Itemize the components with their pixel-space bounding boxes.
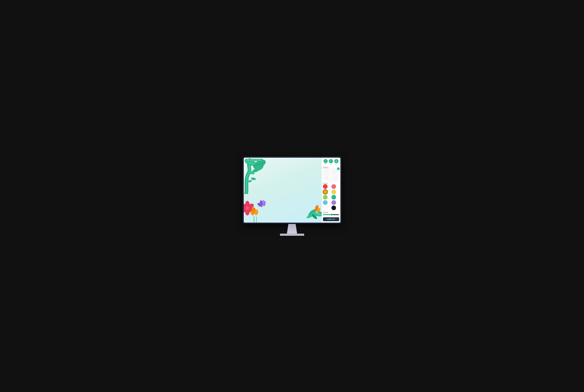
- colors-header: COLORS: [323, 182, 328, 184]
- svg-point-32: [306, 214, 313, 219]
- svg-point-19: [250, 210, 255, 216]
- svg-point-6: [248, 170, 255, 175]
- svg-point-11: [246, 202, 255, 210]
- deco-bottomleft: [244, 198, 270, 223]
- undo-label: undo: [325, 164, 327, 165]
- redo-label: redo: [330, 164, 332, 165]
- complete-button[interactable]: COMPLETE: [323, 217, 339, 221]
- svg-point-8: [251, 177, 256, 180]
- clear-label: clear all: [335, 164, 338, 165]
- svg-point-35: [317, 211, 321, 214]
- svg-point-30: [307, 210, 314, 217]
- svg-point-9: [247, 180, 252, 183]
- deco-bottomright: [305, 201, 322, 223]
- svg-line-2: [253, 162, 265, 166]
- colors-grid: [323, 184, 339, 210]
- svg-point-14: [244, 206, 248, 214]
- stencil-1[interactable]: [323, 168, 330, 174]
- canvas-area[interactable]: Draw Your Own Creature: [244, 158, 322, 223]
- color-swatch-pink[interactable]: [331, 184, 336, 189]
- stencils-section: STENCILS: [323, 166, 339, 181]
- svg-point-28: [309, 208, 318, 215]
- color-swatch-white[interactable]: [323, 206, 328, 210]
- redo-icon[interactable]: ↻: [329, 159, 333, 163]
- color-swatch-red[interactable]: [323, 184, 328, 189]
- svg-point-17: [251, 207, 257, 214]
- undo-icon[interactable]: ↺: [324, 159, 328, 163]
- pen-size-header: PEN SIZE: [323, 211, 328, 213]
- svg-point-21: [263, 200, 266, 206]
- color-swatch-purple[interactable]: [331, 200, 336, 205]
- svg-point-24: [257, 202, 261, 207]
- screen: Draw Your Own Creature: [244, 158, 340, 223]
- svg-point-10: [245, 201, 250, 208]
- color-swatch-blue[interactable]: [323, 200, 328, 205]
- svg-point-23: [262, 200, 264, 204]
- monitor: Draw Your Own Creature: [242, 156, 342, 224]
- svg-line-25: [262, 203, 263, 206]
- edit-stencil-button[interactable]: ✎: [337, 168, 340, 170]
- sidebar: ↺ undo ↻ redo 🗑 clear all STENCILS: [322, 158, 340, 223]
- deco-topleft: [244, 158, 268, 194]
- stencil-4[interactable]: [331, 175, 339, 181]
- undo-button[interactable]: ↺ undo: [324, 159, 328, 165]
- pen-size-slider[interactable]: [323, 214, 339, 216]
- color-swatch-teal[interactable]: [331, 195, 336, 200]
- monitor-wrap: Draw Your Own Creature: [242, 156, 342, 236]
- stencil-3[interactable]: [323, 175, 330, 181]
- pen-slider-wrap: [323, 214, 339, 216]
- color-swatch-orange[interactable]: [323, 189, 328, 194]
- svg-point-43: [326, 177, 326, 178]
- stencils-header: STENCILS: [323, 166, 329, 168]
- monitor-stand-neck: [285, 224, 299, 234]
- svg-point-39: [334, 170, 337, 172]
- svg-point-20: [259, 200, 263, 206]
- stencils-grid: ✎: [323, 168, 339, 181]
- toolbar: ↺ undo ↻ redo 🗑 clear all: [323, 159, 339, 165]
- svg-point-13: [245, 208, 250, 215]
- svg-point-36: [317, 214, 322, 216]
- redo-button[interactable]: ↻ redo: [329, 159, 333, 165]
- pen-size-section: PEN SIZE: [323, 211, 339, 216]
- svg-point-15: [244, 202, 248, 210]
- clear-all-button[interactable]: 🗑 clear all: [334, 159, 338, 165]
- app-title: Draw Your Own Creature: [245, 159, 263, 161]
- svg-point-34: [316, 208, 321, 214]
- color-swatch-yellow[interactable]: [331, 190, 336, 194]
- colors-section: COLORS: [323, 182, 339, 210]
- svg-point-41: [325, 177, 328, 180]
- svg-point-16: [246, 206, 249, 210]
- monitor-stand-base: [280, 234, 304, 236]
- svg-point-31: [311, 213, 318, 220]
- svg-point-45: [333, 178, 336, 180]
- svg-point-18: [254, 209, 259, 215]
- svg-point-37: [326, 171, 326, 171]
- color-swatch-black[interactable]: [331, 206, 336, 210]
- trash-icon[interactable]: 🗑: [334, 159, 338, 163]
- svg-point-12: [246, 206, 255, 214]
- svg-point-22: [258, 202, 263, 208]
- svg-point-38: [327, 171, 327, 171]
- svg-point-5: [252, 168, 260, 173]
- svg-point-44: [327, 177, 327, 178]
- color-swatch-green[interactable]: [323, 195, 328, 200]
- svg-point-33: [314, 205, 319, 212]
- svg-point-7: [257, 164, 264, 171]
- svg-point-29: [311, 211, 320, 217]
